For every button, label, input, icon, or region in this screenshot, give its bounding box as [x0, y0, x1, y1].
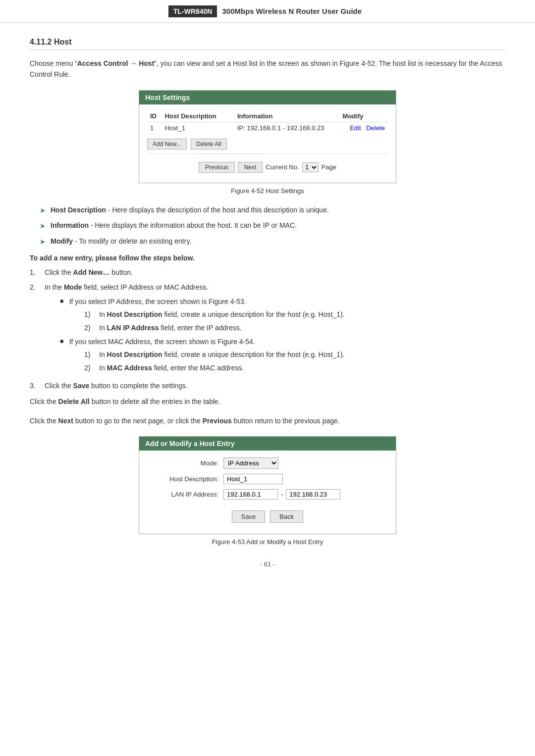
header-title: 300Mbps Wireless N Router User Guide: [217, 5, 367, 17]
host-settings-box: Host Settings ID Host Description Inform…: [139, 90, 396, 183]
col-header-info: Information: [234, 110, 340, 122]
col-header-id: ID: [147, 110, 162, 122]
sub-num-ip: 1) In Host Description field, create a u…: [84, 309, 345, 333]
host-desc-input[interactable]: [223, 474, 283, 484]
page-number-select[interactable]: 1: [302, 162, 319, 172]
back-button[interactable]: Back: [270, 510, 303, 523]
col-header-modify: Modify: [340, 110, 388, 122]
modify-box: Add or Modify a Host Entry Mode: IP Addr…: [139, 436, 396, 534]
sub-num-ip-2: 2) In LAN IP Address field, enter the IP…: [84, 322, 345, 333]
mode-row: Mode: IP Address MAC Address: [149, 457, 386, 469]
step-2: 2. In the Mode field, select IP Address …: [30, 282, 505, 376]
bullet-item-3: ➤ Modify - To modify or delete an existi…: [40, 236, 505, 247]
step-2-content: In the Mode field, select IP Address or …: [45, 282, 345, 376]
section-heading: 4.11.2 Host: [30, 38, 505, 50]
sub-num-ip-1: 1) In Host Description field, create a u…: [84, 309, 345, 320]
step-2-num: 2.: [30, 282, 45, 376]
intro-paragraph: Choose menu “Access Control → Host”, you…: [30, 58, 505, 80]
pagination-row: Previous Next Current No. 1 Page: [147, 158, 388, 177]
sub-num-mac-2: 2) In MAC Address field, enter the MAC a…: [84, 362, 345, 373]
next-page-button[interactable]: Next: [238, 162, 263, 173]
page-label: Page: [321, 163, 336, 171]
delete-link[interactable]: Delete: [366, 124, 385, 132]
cell-modify: Edit Delete: [340, 122, 388, 134]
save-button[interactable]: Save: [232, 510, 266, 523]
next-prev-note: Click the Next button to go to the next …: [30, 415, 505, 426]
bullet-dot-ip: ●: [59, 296, 64, 305]
sub-num-mac: 1) In Host Description field, create a u…: [84, 349, 345, 373]
mode-label: Mode:: [149, 459, 218, 467]
numbered-list: 1. Click the Add New… button. 2. In the …: [30, 267, 505, 392]
sub-num-mac-2-label: 2): [84, 362, 99, 373]
delete-all-button[interactable]: Delete All: [191, 139, 227, 150]
add-new-button[interactable]: Add New...: [147, 139, 187, 150]
header-model: TL-WR840N: [168, 5, 217, 17]
figure-52-caption: Figure 4-52 Host Settings: [231, 187, 304, 195]
section-number: 4.11.2: [30, 38, 52, 46]
lan-ip-label: LAN IP Address:: [149, 491, 218, 498]
content-area: 4.11.2 Host Choose menu “Access Control …: [0, 33, 535, 588]
sub-num-ip-2-label: 2): [84, 322, 99, 333]
cell-id: 1: [147, 122, 162, 134]
page-number: - 61 -: [30, 560, 505, 568]
section-title: Host: [54, 38, 72, 46]
host-desc-label: Host Description:: [149, 475, 218, 483]
edit-link[interactable]: Edit: [350, 124, 361, 132]
step-1-text: Click the Add New… button.: [45, 267, 133, 278]
bullet-text-2: Information - Here displays the informat…: [51, 220, 297, 231]
sub-bullet-ip-item: ● If you select IP Address, the screen s…: [59, 296, 345, 307]
sub-bullet-mac-item: ● If you select MAC Address, the screen …: [59, 336, 345, 347]
host-action-buttons: Add New... Delete All: [147, 139, 388, 150]
sub-bullet-mac: ● If you select MAC Address, the screen …: [59, 336, 345, 373]
bullet-section: ➤ Host Description - Here displays the d…: [40, 204, 505, 247]
col-header-host: Host Description: [162, 110, 234, 122]
host-settings-header: Host Settings: [139, 91, 396, 104]
figure-53-container: Add or Modify a Host Entry Mode: IP Addr…: [30, 436, 505, 546]
step-3-num: 3.: [30, 380, 45, 391]
step-1: 1. Click the Add New… button.: [30, 267, 505, 278]
bullet-text-1: Host Description - Here displays the des…: [51, 204, 329, 215]
prev-page-button[interactable]: Previous: [199, 162, 235, 173]
step-2-text: In the Mode field, select IP Address or …: [45, 283, 208, 291]
ip-dash: -: [281, 491, 283, 498]
sub-bullet-ip-text: If you select IP Address, the screen sho…: [69, 296, 246, 307]
sub-num-mac-1-text: In Host Description field, create a uniq…: [99, 349, 345, 360]
modify-box-header: Add or Modify a Host Entry: [139, 437, 396, 451]
sub-num-mac-2-text: In MAC Address field, enter the MAC addr…: [99, 362, 244, 373]
mode-select[interactable]: IP Address MAC Address: [223, 457, 278, 469]
sub-num-ip-1-label: 1): [84, 309, 99, 320]
modify-box-body: Mode: IP Address MAC Address Host Descri…: [139, 451, 396, 534]
bullet-dot-mac: ●: [59, 336, 64, 346]
current-no-label: Current No.: [266, 163, 299, 171]
lan-ip-to-input[interactable]: [286, 489, 340, 500]
sub-num-ip-1-text: In Host Description field, create a uniq…: [99, 309, 345, 320]
sub-num-ip-2-text: In LAN IP Address field, enter the IP ad…: [99, 322, 242, 333]
delete-all-note: Click the Delete All button to delete al…: [30, 396, 505, 407]
lan-ip-from-input[interactable]: [223, 489, 278, 500]
host-desc-row: Host Description:: [149, 474, 386, 484]
bullet-item-2: ➤ Information - Here displays the inform…: [40, 220, 505, 231]
figure-52-container: Host Settings ID Host Description Inform…: [30, 90, 505, 195]
step-1-num: 1.: [30, 267, 45, 278]
step-3-text: Click the Save button to complete the se…: [45, 380, 188, 391]
modify-box-buttons: Save Back: [149, 506, 386, 527]
page-header: TL-WR840N 300Mbps Wireless N Router User…: [0, 0, 535, 23]
steps-heading: To add a new entry, please follow the st…: [30, 254, 505, 262]
host-settings-table: ID Host Description Information Modify 1…: [147, 110, 388, 134]
cell-host: Host_1: [162, 122, 234, 134]
arrow-icon-3: ➤: [40, 236, 46, 247]
sub-bullet-ip: ● If you select IP Address, the screen s…: [59, 296, 345, 333]
bullet-item-1: ➤ Host Description - Here displays the d…: [40, 204, 505, 216]
lan-ip-row: LAN IP Address: -: [149, 489, 386, 500]
step-3: 3. Click the Save button to complete the…: [30, 380, 505, 391]
host-settings-body: ID Host Description Information Modify 1…: [139, 104, 396, 183]
arrow-icon-2: ➤: [40, 220, 46, 231]
sub-bullet-mac-text: If you select MAC Address, the screen sh…: [69, 336, 255, 347]
bullet-text-3: Modify - To modify or delete an existing…: [51, 236, 191, 247]
figure-53-caption: Figure 4-53 Add or Modify a Host Entry: [212, 538, 323, 546]
table-row: 1 Host_1 IP: 192.168.0.1 - 192.168.0.23 …: [147, 122, 388, 134]
sub-num-mac-1-label: 1): [84, 349, 99, 360]
arrow-icon-1: ➤: [40, 205, 46, 216]
cell-info: IP: 192.168.0.1 - 192.168.0.23: [234, 122, 340, 134]
sub-num-mac-1: 1) In Host Description field, create a u…: [84, 349, 345, 360]
